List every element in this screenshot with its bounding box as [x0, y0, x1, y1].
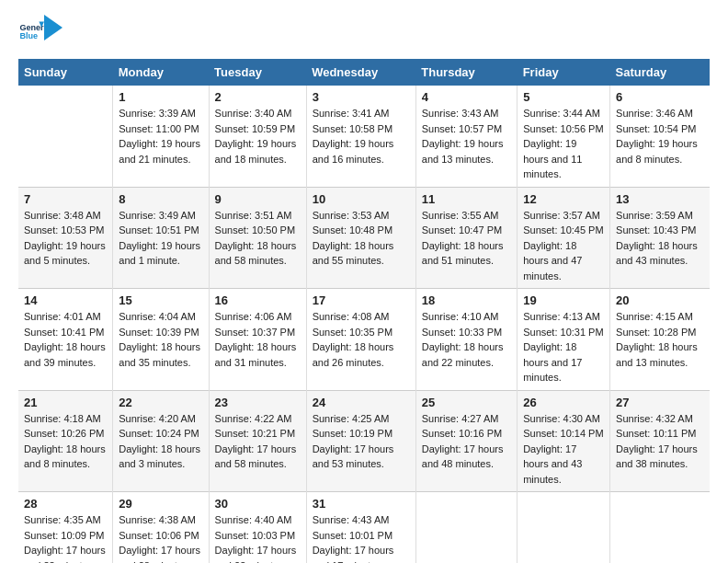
week-row-3: 14Sunrise: 4:01 AMSunset: 10:41 PMDaylig…: [18, 289, 710, 391]
logo-icon: General Blue: [18, 18, 44, 44]
day-info: Sunrise: 3:43 AMSunset: 10:57 PMDaylight…: [422, 106, 511, 167]
day-number: 14: [24, 293, 107, 307]
day-info: Sunrise: 4:22 AMSunset: 10:21 PMDaylight…: [215, 411, 301, 472]
day-number: 30: [215, 497, 301, 511]
day-number: 8: [119, 192, 202, 206]
day-info: Sunrise: 3:46 AMSunset: 10:54 PMDaylight…: [616, 106, 704, 167]
day-info: Sunrise: 3:57 AMSunset: 10:45 PMDaylight…: [523, 208, 604, 284]
day-cell: 28Sunrise: 4:35 AMSunset: 10:09 PMDaylig…: [18, 492, 113, 564]
day-cell: 20Sunrise: 4:15 AMSunset: 10:28 PMDaylig…: [610, 289, 710, 391]
day-number: 5: [523, 90, 604, 104]
day-info: Sunrise: 3:49 AMSunset: 10:51 PMDaylight…: [119, 208, 202, 269]
day-number: 12: [523, 192, 604, 206]
day-cell: [518, 492, 610, 564]
header-wednesday: Wednesday: [306, 59, 415, 86]
day-cell: 30Sunrise: 4:40 AMSunset: 10:03 PMDaylig…: [209, 492, 306, 564]
day-number: 20: [616, 293, 704, 307]
day-number: 3: [313, 90, 410, 104]
day-cell: 5Sunrise: 3:44 AMSunset: 10:56 PMDayligh…: [518, 86, 610, 187]
day-number: 18: [422, 293, 511, 307]
day-cell: 19Sunrise: 4:13 AMSunset: 10:31 PMDaylig…: [518, 289, 610, 391]
day-cell: 8Sunrise: 3:49 AMSunset: 10:51 PMDayligh…: [113, 187, 209, 289]
day-cell: [18, 86, 113, 187]
day-info: Sunrise: 4:38 AMSunset: 10:06 PMDaylight…: [119, 512, 202, 563]
day-cell: [610, 492, 710, 564]
day-cell: 13Sunrise: 3:59 AMSunset: 10:43 PMDaylig…: [610, 187, 710, 289]
day-info: Sunrise: 4:06 AMSunset: 10:37 PMDaylight…: [215, 309, 301, 370]
day-info: Sunrise: 4:13 AMSunset: 10:31 PMDaylight…: [523, 309, 604, 385]
day-number: 27: [616, 396, 704, 409]
day-cell: 1Sunrise: 3:39 AMSunset: 11:00 PMDayligh…: [113, 86, 209, 187]
day-number: 17: [313, 293, 410, 307]
day-info: Sunrise: 3:55 AMSunset: 10:47 PMDaylight…: [422, 208, 511, 269]
day-info: Sunrise: 4:32 AMSunset: 10:11 PMDaylight…: [616, 411, 704, 472]
day-number: 13: [616, 192, 704, 206]
day-info: Sunrise: 4:40 AMSunset: 10:03 PMDaylight…: [215, 512, 301, 563]
day-cell: 4Sunrise: 3:43 AMSunset: 10:57 PMDayligh…: [415, 86, 517, 187]
day-number: 15: [119, 293, 202, 307]
day-info: Sunrise: 3:44 AMSunset: 10:56 PMDaylight…: [523, 106, 604, 182]
logo-chevron-icon: [44, 15, 63, 40]
day-info: Sunrise: 3:41 AMSunset: 10:58 PMDaylight…: [313, 106, 410, 167]
header-saturday: Saturday: [610, 59, 710, 86]
day-info: Sunrise: 4:10 AMSunset: 10:33 PMDaylight…: [422, 309, 511, 370]
day-number: 19: [523, 293, 604, 307]
day-number: 29: [119, 497, 202, 511]
day-cell: 11Sunrise: 3:55 AMSunset: 10:47 PMDaylig…: [415, 187, 517, 289]
day-cell: 21Sunrise: 4:18 AMSunset: 10:26 PMDaylig…: [18, 390, 113, 492]
day-cell: 9Sunrise: 3:51 AMSunset: 10:50 PMDayligh…: [209, 187, 306, 289]
day-cell: 16Sunrise: 4:06 AMSunset: 10:37 PMDaylig…: [209, 289, 306, 391]
day-cell: 26Sunrise: 4:30 AMSunset: 10:14 PMDaylig…: [518, 390, 610, 492]
day-info: Sunrise: 4:18 AMSunset: 10:26 PMDaylight…: [24, 411, 107, 472]
day-number: 24: [313, 396, 410, 409]
day-cell: 10Sunrise: 3:53 AMSunset: 10:48 PMDaylig…: [306, 187, 415, 289]
week-row-1: 1Sunrise: 3:39 AMSunset: 11:00 PMDayligh…: [18, 86, 710, 187]
day-cell: 14Sunrise: 4:01 AMSunset: 10:41 PMDaylig…: [18, 289, 113, 391]
day-number: 9: [215, 192, 301, 206]
day-cell: [415, 492, 517, 564]
day-info: Sunrise: 3:53 AMSunset: 10:48 PMDaylight…: [313, 208, 410, 269]
header: General Blue: [18, 18, 710, 44]
day-number: 22: [119, 396, 202, 409]
day-info: Sunrise: 3:51 AMSunset: 10:50 PMDaylight…: [215, 208, 301, 269]
day-info: Sunrise: 3:48 AMSunset: 10:53 PMDaylight…: [24, 208, 107, 269]
day-number: 31: [313, 497, 410, 511]
day-cell: 2Sunrise: 3:40 AMSunset: 10:59 PMDayligh…: [209, 86, 306, 187]
day-cell: 25Sunrise: 4:27 AMSunset: 10:16 PMDaylig…: [415, 390, 517, 492]
header-tuesday: Tuesday: [209, 59, 306, 86]
day-info: Sunrise: 4:04 AMSunset: 10:39 PMDaylight…: [119, 309, 202, 370]
day-number: 11: [422, 192, 511, 206]
day-info: Sunrise: 4:20 AMSunset: 10:24 PMDaylight…: [119, 411, 202, 472]
day-info: Sunrise: 4:25 AMSunset: 10:19 PMDaylight…: [313, 411, 410, 472]
day-number: 23: [215, 396, 301, 409]
day-number: 2: [215, 90, 301, 104]
day-info: Sunrise: 4:30 AMSunset: 10:14 PMDaylight…: [523, 411, 604, 488]
calendar-header-row: SundayMondayTuesdayWednesdayThursdayFrid…: [18, 59, 710, 86]
day-number: 4: [422, 90, 511, 104]
day-cell: 18Sunrise: 4:10 AMSunset: 10:33 PMDaylig…: [415, 289, 517, 391]
day-info: Sunrise: 4:43 AMSunset: 10:01 PMDaylight…: [313, 512, 410, 563]
day-number: 6: [616, 90, 704, 104]
day-number: 26: [523, 396, 604, 409]
day-number: 25: [422, 396, 511, 409]
day-number: 16: [215, 293, 301, 307]
day-info: Sunrise: 4:01 AMSunset: 10:41 PMDaylight…: [24, 309, 107, 370]
svg-marker-3: [44, 15, 63, 40]
day-info: Sunrise: 3:59 AMSunset: 10:43 PMDaylight…: [616, 208, 704, 269]
day-info: Sunrise: 4:08 AMSunset: 10:35 PMDaylight…: [313, 309, 410, 370]
header-thursday: Thursday: [415, 59, 517, 86]
day-info: Sunrise: 3:39 AMSunset: 11:00 PMDaylight…: [119, 106, 202, 167]
day-cell: 27Sunrise: 4:32 AMSunset: 10:11 PMDaylig…: [610, 390, 710, 492]
day-cell: 7Sunrise: 3:48 AMSunset: 10:53 PMDayligh…: [18, 187, 113, 289]
header-monday: Monday: [113, 59, 209, 86]
day-info: Sunrise: 4:15 AMSunset: 10:28 PMDaylight…: [616, 309, 704, 370]
header-friday: Friday: [518, 59, 610, 86]
header-sunday: Sunday: [18, 59, 113, 86]
calendar-table: SundayMondayTuesdayWednesdayThursdayFrid…: [18, 59, 710, 563]
day-cell: 31Sunrise: 4:43 AMSunset: 10:01 PMDaylig…: [306, 492, 415, 564]
day-cell: 3Sunrise: 3:41 AMSunset: 10:58 PMDayligh…: [306, 86, 415, 187]
svg-text:Blue: Blue: [19, 31, 38, 40]
day-number: 7: [24, 192, 107, 206]
day-info: Sunrise: 3:40 AMSunset: 10:59 PMDaylight…: [215, 106, 301, 167]
week-row-5: 28Sunrise: 4:35 AMSunset: 10:09 PMDaylig…: [18, 492, 710, 564]
